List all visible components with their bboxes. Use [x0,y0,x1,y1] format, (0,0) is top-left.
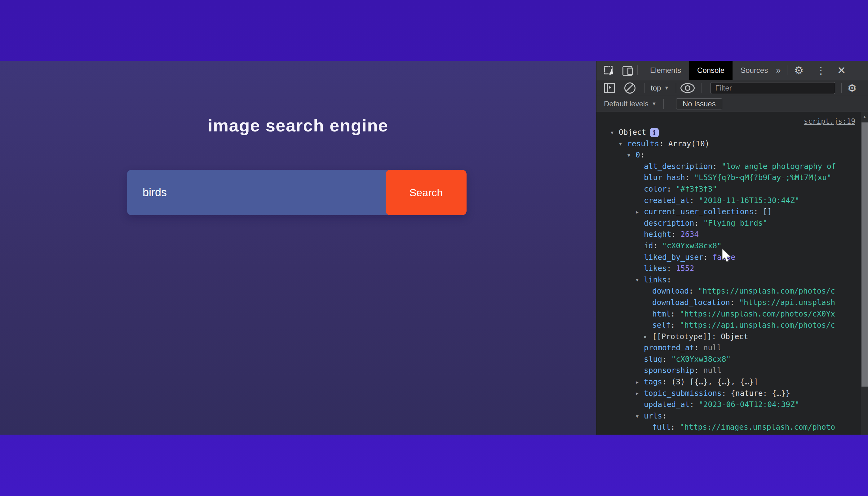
console-text: "2023-06-04T12:04:39Z" [699,400,800,409]
source-line: script.js:19 [596,112,861,127]
console-log-rows: ▼Objecti▼results: Array(10)▼0:alt_descri… [596,127,861,433]
settings-gear-icon[interactable]: ⚙ [794,65,804,76]
expand-arrow-icon[interactable]: ▶ [636,206,644,218]
console-text: self [652,321,670,329]
console-settings-gear-icon[interactable]: ⚙ [847,83,856,93]
clear-console-icon[interactable] [624,82,636,94]
console-text: : [659,139,668,148]
log-levels-label: Default levels [604,99,649,108]
console-row: html: "https://unsplash.com/photos/cX0Yx [596,308,861,320]
console-text: : [685,173,694,182]
context-selector[interactable]: top ▼ [651,84,669,92]
console-text: download_location [652,298,730,307]
console-text: id [644,241,653,250]
collapse-arrow-icon[interactable]: ▼ [636,411,644,422]
console-row: blur_hash: "L5SY{q?b~qM{?b9Fay-;%Mt7M(xu… [596,172,861,184]
console-text: urls [644,412,662,420]
console-text: : [667,184,676,193]
console-text: color [644,184,667,193]
console-text: : [703,253,713,262]
console-scrollbar[interactable]: ▲ [861,112,868,435]
console-text: tags [644,377,662,386]
console-text: updated_at [644,400,690,409]
console-text: full [652,422,670,432]
console-text: "cX0Yxw38cx8" [671,355,731,363]
separator [701,83,702,93]
console-text: : [670,321,680,329]
console-text: [[Prototype]] [652,332,712,341]
more-tabs-icon[interactable]: » [776,65,780,75]
console-output: script.js:19 ▼Objecti▼results: Array(10)… [596,112,868,435]
console-row: ▶[[Prototype]]: Object [596,331,861,343]
console-text: : [712,332,721,341]
expand-arrow-icon[interactable]: ▶ [636,388,644,399]
issues-badge[interactable]: No Issues [676,98,722,109]
console-row: height: 2634 [596,229,861,240]
log-levels-selector[interactable]: Default levels ▼ [604,99,656,108]
scrollbar-thumb[interactable] [862,122,868,387]
console-row: updated_at: "2023-06-04T12:04:39Z" [596,399,861,410]
collapse-arrow-icon[interactable]: ▼ [611,127,619,138]
console-row: slug: "cX0Yxw38cx8" [596,354,861,365]
console-row: likes: 1552 [596,263,861,274]
console-text: "L5SY{q?b~qM{?b9Fay-;%Mt7M(xu" [694,173,832,182]
console-text: : [722,389,731,398]
console-text: promoted_at [644,343,694,352]
scrollbar-up-arrow-icon[interactable]: ▲ [861,113,868,121]
console-text: "cX0Yxw38cx8" [662,241,722,250]
filter-input[interactable] [711,82,835,94]
kebab-menu-icon[interactable]: ⋮ [816,65,826,75]
console-text: html [652,309,670,319]
console-row: full: "https://images.unsplash.com/photo [596,422,861,433]
console-row: download: "https://unsplash.com/photos/c [596,285,861,297]
console-text: : [671,230,681,239]
close-icon[interactable]: ✕ [837,65,846,76]
console-text: : [689,286,698,295]
collapse-arrow-icon[interactable]: ▼ [636,274,644,285]
live-expression-eye-icon[interactable] [680,83,695,93]
console-text: : [670,309,680,319]
source-link[interactable]: script.js:19 [804,117,855,125]
eye-pupil [685,85,691,91]
tab-elements[interactable]: Elements [642,61,689,80]
console-row: alt_description: "low angle photography … [596,161,861,172]
console-row: sponsorship: null [596,365,861,376]
console-row: promoted_at: null [596,342,861,354]
collapse-arrow-icon[interactable]: ▼ [627,150,636,161]
search-form: Search [127,170,467,215]
console-text: "https://unsplash.com/photos/cX0Yx [680,309,835,319]
separator [676,83,676,93]
console-text: blur_hash [644,173,685,182]
console-text: (3) [{…}, {…}, {…}] [671,377,758,386]
separator [787,65,787,75]
device-toolbar-icon[interactable] [622,66,633,75]
panel-divider [607,84,608,92]
info-badge-icon: i [650,128,659,137]
console-row: ▼links: [596,274,861,286]
console-text: "https://unsplash.com/photos/c [698,286,835,295]
console-text: : [712,162,722,171]
console-text: : [690,400,699,409]
console-text: : [754,207,763,216]
page-title: image search engine [0,61,596,136]
tab-sources[interactable]: Sources [732,61,776,80]
console-text: "Flying birds" [703,219,768,228]
console-text: false [712,253,735,262]
console-row: self: "https://api.unsplash.com/photos/c [596,320,861,331]
tab-console[interactable]: Console [689,61,732,80]
expand-arrow-icon[interactable]: ▶ [644,331,652,342]
console-text: Object [619,128,646,137]
expand-arrow-icon[interactable]: ▶ [636,377,644,388]
console-row: ▼urls: [596,410,861,422]
separator [644,83,645,93]
search-input[interactable] [127,170,390,215]
inspect-element-icon[interactable] [604,66,613,75]
console-text: "low angle photography of [722,162,836,171]
console-text: : [667,264,676,273]
chevron-down-icon: ▼ [664,85,669,91]
search-button[interactable]: Search [386,170,467,215]
console-row: liked_by_user: false [596,252,861,263]
collapse-arrow-icon[interactable]: ▼ [619,138,627,150]
console-text: : [662,377,671,386]
sidebar-toggle-icon[interactable] [604,83,615,93]
